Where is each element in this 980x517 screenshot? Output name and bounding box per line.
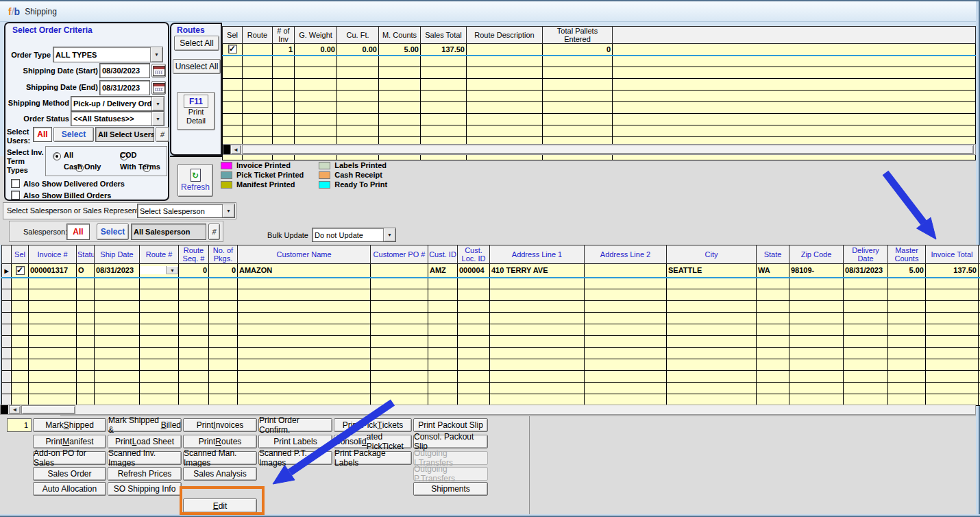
print-packout-slip-button[interactable]: Print Packout Slip bbox=[413, 418, 488, 432]
empty-row[interactable] bbox=[2, 371, 980, 383]
column-header[interactable]: G. Weight bbox=[295, 27, 337, 44]
column-header[interactable]: Cust. Loc. ID bbox=[458, 245, 490, 264]
consolidated-pickticket-button[interactable]: Consolidated PickTicket bbox=[334, 435, 412, 448]
column-header[interactable]: Cust. ID bbox=[428, 245, 458, 264]
sel-checkbox[interactable] bbox=[228, 45, 237, 53]
print-invoices-button[interactable]: Print Invoices bbox=[183, 418, 257, 432]
print-detail-button[interactable]: F11 Print Detail bbox=[177, 92, 215, 130]
order-status-select[interactable]: <<All Statuses>> bbox=[71, 111, 164, 126]
salesperson-type-select[interactable]: Select Salesperson bbox=[137, 204, 235, 218]
empty-row[interactable] bbox=[2, 336, 980, 348]
column-header[interactable]: Address Line 2 bbox=[585, 245, 667, 264]
orders-grid-hscrollbar[interactable] bbox=[0, 405, 976, 415]
empty-row[interactable] bbox=[223, 114, 976, 125]
routes-grid-hscrollbar[interactable] bbox=[223, 144, 976, 155]
column-header[interactable]: Invoice # bbox=[29, 245, 77, 264]
scrollbar-thumb[interactable] bbox=[242, 145, 974, 154]
empty-row[interactable] bbox=[223, 56, 976, 67]
add-on-po-for-sales-button[interactable]: Add-on PO for Sales bbox=[33, 451, 106, 465]
empty-row[interactable] bbox=[223, 125, 976, 137]
empty-row[interactable] bbox=[2, 301, 980, 313]
scrollbar-thumb[interactable] bbox=[21, 405, 75, 414]
column-header[interactable]: Sel bbox=[223, 27, 243, 44]
print-manifest-button[interactable]: Print Manifest bbox=[33, 435, 106, 448]
orders-grid[interactable]: SelInvoice #StatusShip DateRoute #Route … bbox=[1, 245, 980, 406]
column-header[interactable]: No. of Pkgs. bbox=[209, 245, 238, 264]
edit-button[interactable]: Edit bbox=[183, 498, 257, 513]
empty-row[interactable] bbox=[2, 348, 980, 359]
consol-packout-slip-button[interactable]: Consol. Packout Slip bbox=[413, 435, 488, 448]
refresh-button[interactable]: Refresh bbox=[177, 164, 213, 197]
column-header[interactable]: # of Inv bbox=[273, 27, 295, 44]
column-header[interactable]: Zip Code bbox=[789, 245, 844, 264]
routes-unselect-all-button[interactable]: Unselect All bbox=[173, 59, 221, 74]
ship-start-calendar-button[interactable] bbox=[151, 64, 166, 77]
also-show-billed-checkbox[interactable] bbox=[11, 191, 20, 200]
dropdown-arrow-icon[interactable] bbox=[150, 47, 162, 62]
empty-row[interactable] bbox=[2, 324, 980, 336]
column-header[interactable]: Customer PO # bbox=[371, 245, 428, 264]
column-header[interactable]: Route bbox=[243, 27, 273, 44]
ship-end-calendar-button[interactable] bbox=[151, 81, 166, 95]
column-header[interactable] bbox=[2, 245, 12, 264]
column-header[interactable]: Route Description bbox=[467, 27, 543, 44]
column-header[interactable]: City bbox=[667, 245, 757, 264]
empty-row[interactable] bbox=[2, 278, 980, 289]
print-routes-button[interactable]: Print Routes bbox=[183, 435, 257, 448]
column-header[interactable]: Route Seq. # bbox=[179, 245, 209, 264]
column-header[interactable]: Delivery Date bbox=[844, 245, 888, 264]
invoice-row[interactable]: 000001317O08/31/2023 00AMAZON AMZ0000044… bbox=[2, 264, 980, 278]
column-header[interactable]: Master Counts bbox=[888, 245, 926, 264]
column-header[interactable]: Customer Name bbox=[238, 245, 371, 264]
sales-analysis-button[interactable]: Sales Analysis bbox=[183, 467, 257, 481]
shipping-method-select[interactable]: Pick-up / Delivery Ord bbox=[71, 96, 164, 111]
empty-row[interactable] bbox=[2, 313, 980, 324]
users-all-button[interactable]: All bbox=[33, 127, 52, 142]
empty-row[interactable] bbox=[223, 102, 976, 114]
ship-end-input[interactable]: 08/31/2023 bbox=[99, 80, 150, 95]
column-header[interactable]: M. Counts bbox=[379, 27, 421, 44]
mark-shipped-billed-button[interactable]: Mark Shipped & Billed bbox=[108, 418, 182, 432]
mark-shipped-button[interactable]: Mark Shipped bbox=[33, 418, 106, 432]
sales-order-button[interactable]: Sales Order bbox=[33, 467, 106, 481]
dropdown-arrow-icon[interactable] bbox=[383, 228, 395, 241]
dropdown-arrow-icon[interactable] bbox=[166, 266, 178, 274]
column-header[interactable]: Ship Date bbox=[95, 245, 140, 264]
column-header[interactable]: Cu. Ft. bbox=[337, 27, 379, 44]
column-header[interactable]: Total Pallets Entered bbox=[543, 27, 613, 44]
dropdown-arrow-icon[interactable] bbox=[222, 204, 234, 217]
salesperson-select-button[interactable]: Select bbox=[97, 224, 129, 240]
column-header[interactable]: Status bbox=[77, 245, 95, 264]
users-hash-button[interactable]: # bbox=[156, 127, 169, 142]
scanned-p-t-images-button[interactable]: Scanned P.T. Images bbox=[258, 451, 332, 465]
empty-row[interactable] bbox=[2, 383, 980, 394]
routes-select-all-button[interactable]: Select All bbox=[174, 36, 219, 51]
route-row[interactable]: 10.000.005.00137.50 0 bbox=[223, 44, 976, 56]
routes-grid[interactable]: SelRoute# of InvG. WeightCu. Ft.M. Count… bbox=[222, 26, 976, 160]
column-header[interactable] bbox=[613, 27, 976, 44]
column-header[interactable]: Invoice Total bbox=[926, 245, 979, 264]
scanned-inv-images-button[interactable]: Scanned Inv. Images bbox=[108, 451, 182, 465]
so-shipping-info-button[interactable]: SO Shipping Info bbox=[108, 482, 182, 496]
empty-row[interactable] bbox=[223, 79, 976, 91]
scroll-left-arrow-icon[interactable] bbox=[230, 145, 241, 154]
radio-all[interactable] bbox=[53, 152, 61, 160]
print-package-labels-button[interactable]: Print Package Labels bbox=[334, 451, 412, 465]
ship-start-input[interactable]: 08/30/2023 bbox=[99, 63, 150, 78]
salesperson-all-button[interactable]: All bbox=[66, 224, 90, 240]
refresh-prices-button[interactable]: Refresh Prices bbox=[108, 467, 182, 481]
empty-row[interactable] bbox=[223, 91, 976, 102]
print-order-confirm-button[interactable]: Print Order Confirm. bbox=[258, 418, 332, 432]
salesperson-hash-button[interactable]: # bbox=[208, 224, 220, 240]
also-show-delivered-checkbox[interactable] bbox=[11, 179, 20, 188]
empty-row[interactable] bbox=[223, 67, 976, 79]
dropdown-arrow-icon[interactable] bbox=[151, 97, 164, 110]
empty-row[interactable] bbox=[2, 359, 980, 371]
auto-allocation-button[interactable]: Auto Allocation bbox=[33, 482, 106, 496]
scroll-left-arrow-icon[interactable] bbox=[9, 405, 21, 414]
dropdown-arrow-icon[interactable] bbox=[151, 112, 164, 125]
scanned-man-images-button[interactable]: Scanned Man. Images bbox=[183, 451, 257, 465]
column-header[interactable]: Sel bbox=[12, 245, 29, 264]
column-header[interactable]: Address Line 1 bbox=[490, 245, 585, 264]
order-type-select[interactable]: ALL TYPES bbox=[53, 47, 163, 62]
